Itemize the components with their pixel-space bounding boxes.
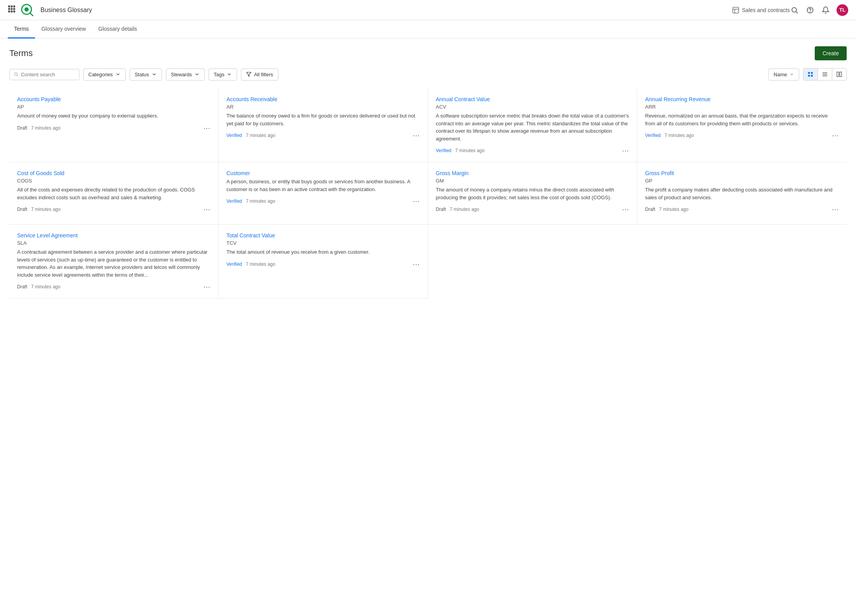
- term-desc: Revenue, normalized on an annual basis, …: [645, 112, 839, 127]
- grid-view-button[interactable]: [803, 68, 818, 80]
- term-footer: Verified 7 minutes ago ···: [227, 198, 420, 205]
- term-time: 7 minutes ago: [450, 207, 479, 212]
- search-input-icon: [14, 72, 18, 77]
- term-menu-button[interactable]: ···: [622, 147, 629, 154]
- status-badge: Verified: [227, 198, 242, 204]
- status-badge: Verified: [645, 133, 661, 138]
- term-desc: A person, business, or entity that buys …: [227, 178, 420, 193]
- status-badge: Draft: [17, 207, 27, 212]
- svg-line-16: [796, 11, 798, 13]
- term-time: 7 minutes ago: [455, 148, 485, 153]
- help-icon[interactable]: [805, 5, 815, 15]
- term-title[interactable]: Gross Profit: [645, 170, 839, 176]
- term-footer: Verified 7 minutes ago ···: [227, 132, 420, 139]
- list-view-button[interactable]: [818, 68, 832, 80]
- term-desc: Amount of money owed by your company to …: [17, 112, 211, 120]
- term-time: 7 minutes ago: [31, 125, 60, 131]
- term-footer: Verified 7 minutes ago ···: [227, 261, 420, 268]
- chevron-down-icon: [227, 72, 232, 77]
- apps-icon[interactable]: [8, 5, 16, 15]
- svg-rect-5: [13, 8, 15, 10]
- term-title[interactable]: Total Contract Value: [227, 232, 420, 239]
- term-card: Annual Contract Value ACV A software sub…: [428, 88, 638, 162]
- terms-grid: Accounts Payable AP Amount of money owed…: [9, 88, 847, 298]
- term-footer: Verified 7 minutes ago ···: [436, 147, 629, 154]
- status-badge: Verified: [227, 133, 242, 138]
- svg-rect-3: [8, 8, 10, 10]
- all-filters-button[interactable]: All filters: [241, 68, 278, 81]
- categories-filter[interactable]: Categories: [83, 68, 126, 81]
- term-desc: All of the costs and expenses directly r…: [17, 186, 211, 201]
- term-time: 7 minutes ago: [246, 261, 275, 267]
- page-title: Terms: [9, 48, 33, 58]
- term-title[interactable]: Accounts Payable: [17, 96, 211, 102]
- create-button[interactable]: Create: [815, 46, 847, 60]
- term-title[interactable]: Annual Recurring Revenue: [645, 96, 839, 102]
- chevron-down-icon: [789, 72, 794, 77]
- term-title[interactable]: Cost of Goods Sold: [17, 170, 211, 176]
- term-title[interactable]: Gross Margin: [436, 170, 629, 176]
- term-time: 7 minutes ago: [664, 133, 694, 138]
- svg-rect-6: [8, 11, 10, 12]
- term-desc: A software subscription service metric t…: [436, 112, 629, 142]
- term-menu-button[interactable]: ···: [622, 206, 629, 213]
- term-card: Cost of Goods Sold COGS All of the costs…: [9, 162, 219, 225]
- status-badge: Draft: [436, 207, 446, 212]
- chevron-down-icon: [194, 72, 200, 77]
- tab-terms[interactable]: Terms: [8, 20, 35, 39]
- nav-center: Sales and contracts: [732, 6, 790, 14]
- svg-rect-12: [733, 7, 739, 13]
- svg-line-11: [30, 13, 33, 16]
- term-desc: The amount of money a company retains mi…: [436, 186, 629, 201]
- term-menu-button[interactable]: ···: [413, 132, 420, 139]
- term-title[interactable]: Accounts Receivable: [227, 96, 420, 102]
- stewards-filter[interactable]: Stewards: [166, 68, 205, 81]
- term-card: Service Level Agreement SLA A contractua…: [9, 225, 219, 298]
- term-menu-button[interactable]: ···: [832, 132, 839, 139]
- term-desc: The profit a company makes after deducti…: [645, 186, 839, 201]
- term-time: 7 minutes ago: [659, 207, 688, 212]
- term-abbr: ACV: [436, 104, 629, 110]
- tags-filter[interactable]: Tags: [209, 68, 237, 81]
- status-filter[interactable]: Status: [130, 68, 162, 81]
- view-toggle: [803, 68, 847, 81]
- tab-glossary-overview[interactable]: Glossary overview: [35, 20, 92, 39]
- term-title[interactable]: Service Level Agreement: [17, 232, 211, 239]
- term-footer: Draft 7 minutes ago ···: [645, 206, 839, 213]
- filter-icon: [246, 72, 251, 77]
- search-box[interactable]: [9, 69, 79, 80]
- term-time: 7 minutes ago: [246, 133, 275, 138]
- term-abbr: GM: [436, 178, 629, 184]
- term-menu-button[interactable]: ···: [204, 283, 211, 290]
- sort-button[interactable]: Name: [768, 68, 799, 81]
- svg-rect-8: [13, 11, 15, 12]
- search-icon[interactable]: [790, 5, 799, 15]
- qlik-logo: [20, 3, 34, 17]
- nav-right: TL: [790, 4, 848, 16]
- svg-rect-7: [11, 11, 13, 12]
- term-abbr: AP: [17, 104, 211, 110]
- bell-icon[interactable]: [821, 5, 830, 15]
- svg-point-10: [25, 7, 29, 11]
- term-card: Gross Profit GP The profit a company mak…: [637, 162, 847, 225]
- status-badge: Draft: [17, 284, 27, 290]
- tab-glossary-details[interactable]: Glossary details: [92, 20, 144, 39]
- term-menu-button[interactable]: ···: [413, 198, 420, 205]
- term-desc: A contractual agreement between a servic…: [17, 248, 211, 279]
- term-title[interactable]: Customer: [227, 170, 420, 176]
- term-footer: Draft 7 minutes ago ···: [17, 125, 211, 132]
- term-abbr: TCV: [227, 240, 420, 246]
- term-menu-button[interactable]: ···: [413, 261, 420, 268]
- term-title[interactable]: Annual Contract Value: [436, 96, 629, 102]
- page-content: Terms Create Categories Status Stewards …: [0, 39, 856, 306]
- search-input[interactable]: [21, 72, 75, 77]
- user-avatar[interactable]: TL: [837, 4, 848, 16]
- svg-point-15: [792, 7, 796, 12]
- term-card: Accounts Payable AP Amount of money owed…: [9, 88, 219, 162]
- term-menu-button[interactable]: ···: [832, 206, 839, 213]
- filters-bar: Categories Status Stewards Tags All filt…: [9, 68, 847, 81]
- term-menu-button[interactable]: ···: [204, 125, 211, 132]
- term-menu-button[interactable]: ···: [204, 206, 211, 213]
- detail-view-button[interactable]: [832, 68, 846, 80]
- page-header: Terms Create: [9, 46, 847, 60]
